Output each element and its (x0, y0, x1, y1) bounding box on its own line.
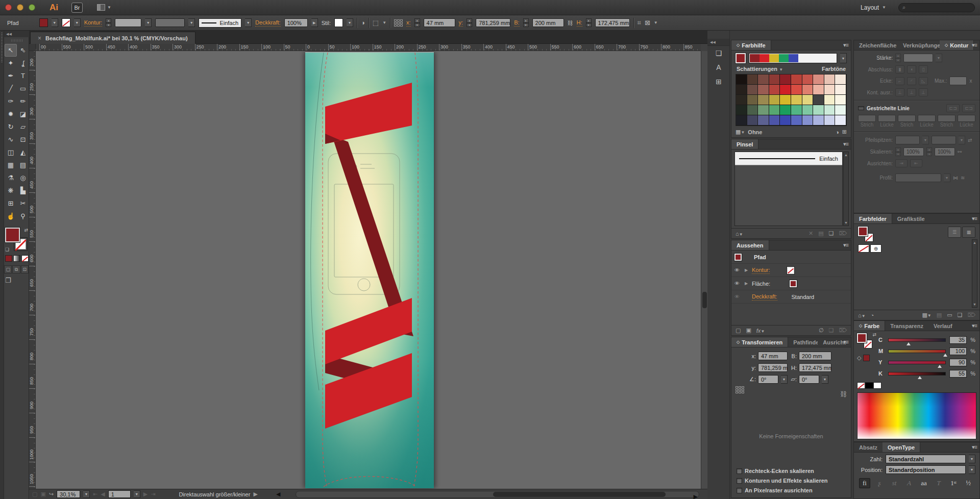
shade-swatch[interactable] (780, 74, 791, 85)
shade-swatch[interactable] (758, 85, 769, 95)
shade-swatch[interactable] (813, 105, 824, 115)
eyedropper-tool[interactable]: ⚗ (5, 171, 17, 184)
bridge-button[interactable]: Br (71, 3, 83, 13)
delete-item-icon[interactable]: ⌦ (839, 327, 847, 334)
shade-swatch[interactable] (824, 85, 836, 95)
tab-ausrichten[interactable]: Ausrichten (818, 337, 846, 347)
chevron-down-icon[interactable]: ▼ (969, 465, 975, 474)
show-swatch-kinds-icon[interactable]: ▩▼ (922, 312, 931, 318)
brush-definition-field[interactable]: Einfach (199, 18, 241, 28)
scale-tool[interactable]: ▱ (17, 120, 29, 133)
delete-brush-icon[interactable]: ⌦ (839, 230, 847, 237)
shade-swatch[interactable] (835, 85, 846, 95)
blob-brush-tool[interactable]: ✹ (5, 108, 17, 120)
magic-wand-tool[interactable]: ✦ (5, 57, 17, 69)
width-label[interactable]: B: (514, 19, 519, 27)
panel-menu-icon[interactable]: ▾≡ (972, 215, 977, 222)
transform-height-field[interactable]: 172,475 mm (799, 363, 831, 372)
dash-value-field[interactable] (878, 115, 896, 122)
bevel-join-button[interactable]: ◺ (919, 77, 928, 85)
chevron-down-icon[interactable]: ▼ (969, 455, 975, 463)
shade-swatch[interactable] (769, 95, 780, 105)
fill-color-swatch[interactable] (790, 280, 797, 287)
contextual-alternates-button[interactable]: aa (918, 478, 929, 488)
fill-proxy-swatch[interactable] (858, 227, 868, 236)
constrain-proportions-icon[interactable]: ⛓ (840, 390, 847, 398)
horizontal-scrollbar-thumb[interactable] (493, 492, 666, 497)
swatch-scrollbar[interactable]: ▲▼ (972, 239, 977, 308)
checkbox[interactable] (737, 478, 742, 484)
arrowhead-align-tip-button[interactable]: ⇥ (895, 159, 908, 167)
none-swatch[interactable] (857, 382, 865, 389)
line-segment-tool[interactable]: ╱ (5, 82, 17, 95)
vertical-scrollbar-thumb[interactable] (702, 292, 707, 308)
chevron-down-icon[interactable]: ▼ (83, 490, 90, 498)
limit-colors-icon[interactable]: ▦▼ (736, 129, 745, 135)
perspective-grid-tool[interactable]: ◭ (17, 146, 29, 159)
shade-swatch[interactable] (747, 115, 758, 126)
artboard-number-field[interactable]: 1 (108, 490, 131, 498)
appearance-item-path[interactable]: Pfad (731, 251, 851, 264)
shade-swatch[interactable] (758, 115, 769, 126)
shade-swatch[interactable] (802, 95, 814, 105)
panel-menu-icon[interactable]: ▾≡ (972, 42, 977, 48)
height-field[interactable]: 172,475 mm (595, 18, 630, 27)
layers-panel-icon[interactable]: ⊞ (707, 74, 730, 89)
shade-swatch[interactable] (736, 95, 747, 105)
tab-zeichenflaeche[interactable]: Zeichenfläche (854, 40, 898, 50)
stroke-weight-label[interactable]: Kontur: (84, 19, 102, 27)
new-effect-icon[interactable]: fx▼ (756, 328, 765, 334)
reference-point-icon[interactable] (394, 19, 403, 27)
rotate-tool[interactable]: ↻ (5, 120, 17, 133)
scroll-left-icon[interactable]: ◀ (276, 491, 280, 497)
dashed-line-checkbox[interactable] (858, 106, 864, 110)
lasso-tool[interactable]: ʆ (17, 57, 29, 69)
rectangle-tool[interactable]: ▭ (17, 82, 29, 95)
arrowhead-end-field[interactable] (932, 136, 956, 144)
shade-swatch[interactable] (780, 85, 791, 95)
channel-value-field[interactable]: 90 (949, 359, 967, 366)
tab-aussehen[interactable]: Aussehen (731, 240, 769, 250)
swatch-none[interactable] (858, 244, 869, 253)
width-tool[interactable]: ∿ (5, 133, 17, 146)
ligatures-button[interactable]: fi (859, 478, 870, 488)
hand-tool[interactable]: ☝ (5, 210, 17, 222)
shear-field[interactable]: 0° (799, 375, 819, 384)
reference-point-icon[interactable] (736, 386, 744, 393)
y-stepper[interactable]: ▲▼ (467, 18, 472, 27)
shade-swatch[interactable] (824, 74, 836, 85)
style-swatch[interactable] (334, 18, 343, 27)
slider-thumb[interactable] (918, 376, 922, 379)
fill-proxy-swatch[interactable] (5, 228, 20, 242)
tab-opentype[interactable]: OpenType (883, 442, 920, 452)
shade-swatch[interactable] (736, 74, 747, 85)
chevron-down-icon[interactable]: ▼ (145, 18, 152, 27)
search-input[interactable]: ⌕ (898, 3, 975, 12)
slider-thumb[interactable] (906, 342, 911, 345)
artboards-panel-icon[interactable]: ❏ (707, 46, 730, 60)
horizontal-scrollbar[interactable]: ▶ (296, 491, 699, 498)
shade-swatch[interactable] (813, 74, 824, 85)
harmony-color-swatch[interactable] (760, 54, 769, 62)
preview-mode-icon[interactable]: ▢ (32, 491, 37, 497)
tab-transparenz[interactable]: Transparenz (885, 321, 928, 331)
x-position-field[interactable]: 47 mm (424, 18, 455, 27)
new-brush-icon[interactable]: ❏ (829, 230, 834, 237)
height-label[interactable]: H: (577, 19, 582, 27)
preserve-dash-button[interactable]: ⊏⊐ (946, 104, 960, 112)
arrowhead-scale-start-field[interactable]: 100% (903, 147, 924, 156)
mesh-tool[interactable]: ▦ (5, 159, 17, 171)
eraser-tool[interactable]: ◪ (17, 108, 29, 120)
chevron-down-icon[interactable]: ▼ (74, 18, 81, 27)
horizontal-ruler[interactable]: 0055050045040035030025020015010050050100… (36, 44, 701, 51)
tab-pathfinder[interactable]: Pathfinder (788, 337, 818, 347)
stroke-weight-stepper[interactable]: ▲▼ (106, 18, 111, 27)
channel-value-field[interactable]: 55 (949, 370, 967, 378)
harmony-color-swatch[interactable] (769, 54, 779, 62)
align-stroke-outside-button[interactable]: ⊥ (919, 88, 928, 96)
shade-swatch[interactable] (791, 85, 802, 95)
canvas-viewport[interactable] (36, 51, 701, 489)
clear-appearance-icon[interactable]: ∅ (819, 327, 824, 334)
direct-selection-tool[interactable]: ⇖ (17, 44, 29, 57)
tab-verlauf[interactable]: Verlauf (928, 321, 958, 331)
